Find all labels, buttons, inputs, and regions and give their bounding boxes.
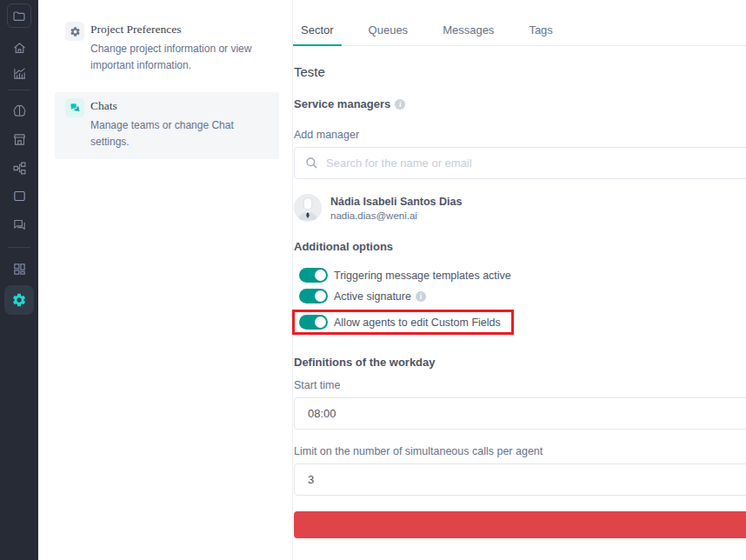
sidebar-item-description: Manage teams or change Chat settings. xyxy=(90,117,264,150)
start-time-label: Start time xyxy=(294,379,746,391)
sector-name: Teste xyxy=(294,64,746,79)
manager-name: Nádia Isabeli Santos Dias xyxy=(330,196,462,208)
toggle-label: Allow agents to edit Custom Fields xyxy=(334,317,501,329)
app-window: Project Preferences Change project infor… xyxy=(0,0,746,560)
info-icon[interactable]: i xyxy=(416,291,426,302)
home-icon[interactable] xyxy=(12,41,27,56)
sidebar-item-chats[interactable]: Chats Manage teams or change Chat settin… xyxy=(55,92,279,159)
start-time-input[interactable] xyxy=(294,397,746,430)
tab-messages[interactable]: Messages xyxy=(435,23,502,46)
chat-bubbles-icon xyxy=(65,98,84,117)
toggle-switch-on[interactable] xyxy=(299,268,328,283)
sidebar-item-title: Project Preferences xyxy=(90,22,264,37)
main-panel: Sector Queues Messages Tags Teste Servic… xyxy=(293,0,746,560)
folder-project-icon xyxy=(12,9,26,23)
sidebar-item-project-preferences[interactable]: Project Preferences Change project infor… xyxy=(55,17,279,84)
danger-button[interactable] xyxy=(294,511,746,538)
add-manager-label: Add manager xyxy=(294,129,746,141)
limit-input[interactable] xyxy=(294,463,746,496)
settings-gear-icon[interactable] xyxy=(4,285,34,315)
manager-list-item: Nádia Isabeli Santos Dias nadia.dias@wen… xyxy=(294,194,746,222)
gear-icon xyxy=(65,22,84,41)
toggle-label: Active signature i xyxy=(334,290,426,303)
settings-sidebar: Project Preferences Change project infor… xyxy=(38,0,293,560)
window-icon[interactable] xyxy=(12,189,27,203)
workday-heading: Definitions of the workday xyxy=(294,356,746,369)
nav-rail xyxy=(0,0,38,560)
tab-queues[interactable]: Queues xyxy=(361,23,416,46)
toggle-switch-on[interactable] xyxy=(299,289,328,303)
manager-search xyxy=(294,147,746,179)
toggle-switch-on[interactable] xyxy=(299,315,328,330)
manager-email: nadia.dias@weni.ai xyxy=(330,210,462,221)
tab-tags[interactable]: Tags xyxy=(521,23,560,46)
flows-icon[interactable] xyxy=(12,161,27,176)
additional-options-heading: Additional options xyxy=(294,240,746,253)
tab-bar: Sector Queues Messages Tags xyxy=(293,0,746,46)
project-selector[interactable] xyxy=(7,3,31,28)
sidebar-item-title: Chats xyxy=(90,98,264,113)
rail-divider xyxy=(8,90,30,90)
search-icon xyxy=(304,156,318,170)
toggle-row-templates: Triggering message templates active xyxy=(299,268,746,283)
apps-grid-icon[interactable] xyxy=(12,262,27,277)
analytics-icon[interactable] xyxy=(12,66,27,81)
info-icon[interactable]: i xyxy=(395,99,405,110)
toggle-row-signature: Active signature i xyxy=(299,289,746,303)
avatar xyxy=(294,194,322,222)
manager-search-input[interactable] xyxy=(294,147,746,179)
toggle-list: Triggering message templates active Acti… xyxy=(294,268,746,335)
limit-label: Limit on the number of simultaneous call… xyxy=(294,445,746,457)
brain-icon[interactable] xyxy=(12,103,27,118)
store-icon[interactable] xyxy=(12,132,27,147)
chats-icon[interactable] xyxy=(12,217,27,232)
sidebar-item-description: Change project information or view impor… xyxy=(90,41,264,74)
annotation-highlight-box: Allow agents to edit Custom Fields xyxy=(292,310,514,335)
rail-divider xyxy=(8,247,30,248)
toggle-label: Triggering message templates active xyxy=(334,270,511,282)
service-managers-heading: Service managers i xyxy=(294,97,746,110)
tab-sector[interactable]: Sector xyxy=(293,23,342,46)
